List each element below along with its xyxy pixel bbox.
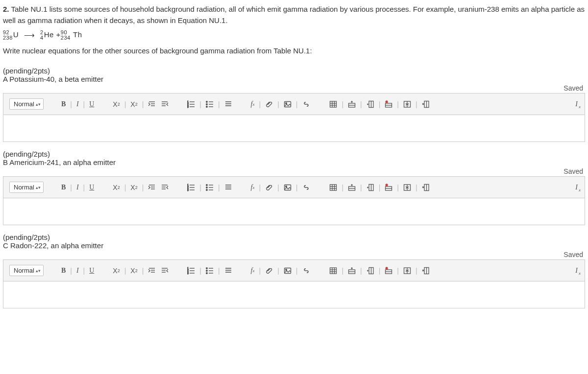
merge-cells-icon[interactable]	[402, 100, 412, 109]
bold-button[interactable]: B	[60, 100, 67, 109]
insert-row-icon[interactable]	[347, 183, 357, 192]
subscript-button[interactable]: X2	[112, 183, 121, 192]
bold-button[interactable]: B	[60, 266, 67, 275]
svg-point-14	[206, 103, 208, 105]
clear-formatting-button[interactable]: Ix	[574, 100, 579, 109]
superscript-button[interactable]: X2	[129, 266, 138, 275]
align-icon[interactable]	[223, 266, 233, 275]
ordered-list-icon[interactable]: 1 2 3	[186, 183, 196, 192]
svg-text:3: 3	[187, 272, 189, 275]
underline-button[interactable]: U	[88, 100, 95, 109]
indent-left-icon[interactable]	[160, 266, 170, 275]
pending-label: (pending/2pts)	[3, 67, 585, 75]
editor-textarea[interactable]	[3, 281, 585, 308]
align-icon[interactable]	[223, 100, 233, 109]
insert-row-icon[interactable]	[347, 266, 357, 275]
indent-right-icon[interactable]	[147, 100, 157, 109]
svg-point-22	[285, 102, 287, 104]
editor-textarea[interactable]	[3, 198, 585, 225]
saved-status: Saved	[564, 84, 583, 92]
editor-toolbar: Normal▴▾ B | I | U X2 | X2 |	[3, 177, 585, 198]
merge-cells-icon[interactable]	[402, 266, 412, 275]
question-text: Table NU.1 lists some sources of househo…	[3, 5, 585, 24]
table-icon[interactable]	[328, 100, 338, 109]
paragraph-style-select[interactable]: Normal▴▾	[9, 98, 44, 110]
rich-text-editor: Normal▴▾ B | I | U X2 | X2 |	[3, 176, 585, 225]
svg-point-61	[206, 187, 208, 188]
delete-row-icon[interactable]	[384, 183, 393, 192]
link-icon[interactable]	[301, 266, 312, 276]
pending-label: (pending/2pts)	[3, 150, 585, 158]
italic-button[interactable]: I	[75, 100, 80, 109]
delete-row-icon[interactable]	[384, 266, 393, 275]
attachment-icon[interactable]	[264, 266, 274, 275]
image-icon[interactable]	[283, 100, 293, 109]
equation-button[interactable]: fx	[250, 183, 256, 192]
pending-label: (pending/2pts)	[3, 233, 585, 241]
insert-col-icon[interactable]	[366, 266, 375, 275]
clear-formatting-button[interactable]: Ix	[574, 183, 579, 192]
question-part: (pending/2pts) A Potassium-40, a beta em…	[3, 67, 585, 142]
image-icon[interactable]	[283, 266, 293, 275]
clear-formatting-button[interactable]: Ix	[574, 266, 579, 275]
paragraph-style-select[interactable]: Normal▴▾	[9, 182, 44, 193]
insert-col-icon[interactable]	[366, 100, 375, 109]
image-icon[interactable]	[283, 183, 293, 192]
svg-point-69	[285, 186, 287, 187]
ordered-list-icon[interactable]: 1 2 3	[186, 266, 196, 275]
italic-button[interactable]: I	[75, 183, 80, 192]
svg-rect-117	[330, 268, 337, 274]
link-icon[interactable]	[301, 99, 312, 109]
indent-right-icon[interactable]	[147, 183, 157, 192]
ordered-list-icon[interactable]: 1 2 3	[186, 100, 196, 109]
equation-button[interactable]: fx	[250, 100, 256, 109]
svg-point-16	[206, 106, 208, 107]
svg-point-63	[206, 189, 208, 190]
question-part: (pending/2pts) C Radon-222, an alpha emi…	[3, 233, 585, 308]
underline-button[interactable]: U	[88, 266, 95, 275]
svg-point-12	[206, 101, 208, 102]
delete-col-icon[interactable]	[421, 266, 431, 275]
unordered-list-icon[interactable]	[205, 266, 215, 275]
svg-point-108	[206, 270, 208, 271]
subscript-button[interactable]: X2	[112, 100, 121, 109]
italic-button[interactable]: I	[75, 266, 80, 275]
unordered-list-icon[interactable]	[205, 183, 215, 192]
attachment-icon[interactable]	[264, 100, 274, 109]
table-icon[interactable]	[328, 183, 338, 192]
equation-button[interactable]: fx	[250, 266, 256, 275]
svg-text:3: 3	[187, 188, 189, 191]
bold-button[interactable]: B	[60, 183, 67, 192]
part-title: C Radon-222, an alpha emitter	[3, 241, 585, 250]
table-icon[interactable]	[328, 266, 338, 275]
insert-row-icon[interactable]	[347, 100, 357, 109]
question-intro: 2. Table NU.1 lists some sources of hous…	[3, 4, 585, 26]
editor-toolbar: Normal▴▾ B | I | U X2 | X2 |	[3, 260, 585, 281]
question-part: (pending/2pts) B Americium-241, an alpha…	[3, 150, 585, 225]
insert-col-icon[interactable]	[366, 183, 375, 192]
delete-row-icon[interactable]	[384, 100, 393, 109]
indent-right-icon[interactable]	[147, 266, 157, 275]
superscript-button[interactable]: X2	[129, 183, 138, 192]
svg-text:3: 3	[187, 105, 189, 108]
superscript-button[interactable]: X2	[129, 100, 138, 109]
paragraph-style-select[interactable]: Normal▴▾	[9, 265, 44, 276]
delete-col-icon[interactable]	[421, 100, 431, 109]
delete-col-icon[interactable]	[421, 183, 431, 192]
align-icon[interactable]	[223, 183, 233, 192]
rich-text-editor: Normal▴▾ B | I | U X2 | X2 |	[3, 259, 585, 308]
svg-point-106	[206, 267, 208, 269]
indent-left-icon[interactable]	[160, 183, 170, 192]
svg-rect-23	[330, 101, 337, 107]
merge-cells-icon[interactable]	[402, 183, 412, 192]
subscript-button[interactable]: X2	[112, 266, 121, 275]
part-title: A Potassium-40, a beta emitter	[3, 75, 585, 83]
rich-text-editor: Normal▴▾ B | I | U X2 | X2 |	[3, 93, 585, 142]
indent-left-icon[interactable]	[160, 100, 170, 109]
link-icon[interactable]	[301, 183, 312, 192]
svg-point-116	[285, 269, 287, 270]
unordered-list-icon[interactable]	[205, 100, 215, 109]
attachment-icon[interactable]	[264, 183, 274, 192]
underline-button[interactable]: U	[88, 183, 95, 192]
editor-textarea[interactable]	[3, 115, 585, 141]
